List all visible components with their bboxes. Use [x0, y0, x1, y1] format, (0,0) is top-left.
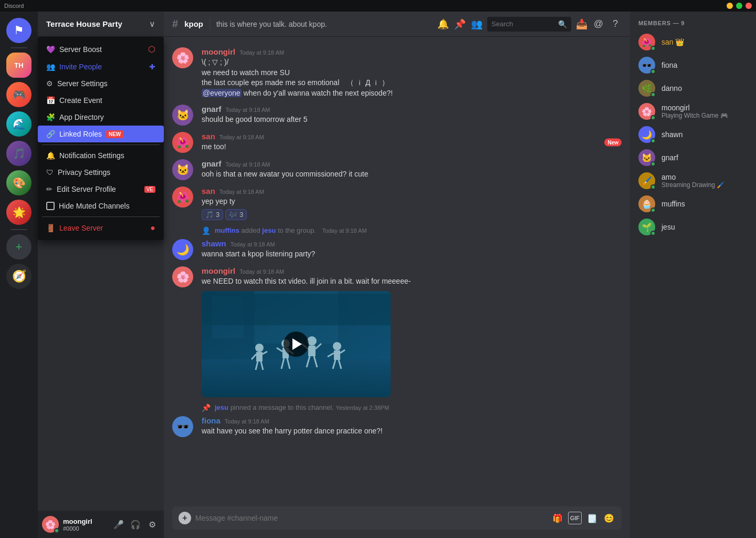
inbox-icon-button[interactable]: 📥: [575, 18, 588, 30]
server-icon-3[interactable]: 🌊: [6, 111, 32, 137]
context-linked-roles[interactable]: 🔗 Linked Roles NEW: [38, 126, 164, 142]
pin-time: Yesterday at 2:38PM: [336, 405, 390, 411]
explore-servers-button[interactable]: 🧭: [6, 264, 32, 289]
member-item[interactable]: 🌱 jesu: [634, 215, 752, 239]
checkbox-icon: [46, 202, 55, 210]
server-icon-terrace-house[interactable]: TH: [6, 53, 32, 78]
status-dot: [650, 138, 656, 143]
message-author: fiona: [202, 416, 220, 425]
message-text: \( ; ▽ ; )/we need to watch more SUthe l…: [202, 57, 622, 98]
play-button[interactable]: [284, 332, 309, 357]
help-icon-button[interactable]: ?: [609, 18, 622, 30]
add-server-button[interactable]: +: [6, 234, 32, 260]
context-app-directory[interactable]: 🧩 App Directory: [38, 109, 164, 126]
discord-home-button[interactable]: ⚑: [6, 18, 32, 43]
server-icon-5[interactable]: 🎨: [6, 170, 32, 195]
status-dot: [650, 92, 656, 97]
input-icons: 🎁 GIF 🗒️ 😊: [551, 512, 615, 524]
message-group: 🌺 san Today at 9:18 AM yep yep ty 🎵 3 🎶: [164, 184, 630, 222]
server-icon-4[interactable]: 🎵: [6, 141, 32, 166]
member-name: jesu: [662, 223, 675, 231]
user-avatar: 🌸: [42, 516, 59, 533]
member-item[interactable]: 🌺 san 👑: [634, 30, 752, 54]
server-header[interactable]: Terrace House Party ∨: [38, 12, 164, 37]
headphone-button[interactable]: 🎧: [128, 517, 143, 532]
member-name: moongirl: [662, 104, 728, 112]
context-leave-server[interactable]: 🚪 Leave Server ●: [38, 219, 164, 237]
emoji-icon-button[interactable]: 😊: [603, 512, 615, 524]
avatar: 🌸: [172, 47, 193, 68]
member-item[interactable]: 🧁 muffins: [634, 192, 752, 215]
context-divider-1: [42, 144, 160, 145]
invite-add-icon: ✚: [149, 63, 155, 71]
avatar: 🌸: [172, 266, 193, 287]
member-name: muffins: [662, 200, 685, 208]
reaction-button[interactable]: 🎶 3: [225, 209, 247, 220]
member-item[interactable]: 🖌️ amo Streaming Drawing 🖌️: [634, 169, 752, 192]
pin-icon-button[interactable]: 📌: [454, 18, 466, 30]
microphone-button[interactable]: 🎤: [111, 517, 126, 532]
privacy-icon: 🛡: [46, 168, 54, 177]
leave-circle-icon: ●: [150, 223, 155, 233]
reaction-button[interactable]: 🎵 3: [202, 209, 223, 220]
member-item[interactable]: 🕶️ fiona: [634, 54, 752, 77]
members-icon-button[interactable]: 👥: [470, 18, 483, 30]
message-author: gnarf: [202, 105, 222, 113]
system-adder[interactable]: muffins: [215, 226, 239, 234]
message-text: wanna start a kpop listening party?: [202, 249, 622, 260]
video-embed[interactable]: [202, 291, 391, 397]
message-time: Today at 9:18 AM: [219, 134, 264, 140]
context-privacy-label: Privacy Settings: [58, 168, 110, 177]
play-triangle-icon: [292, 338, 302, 350]
channel-header: # kpop this is where you talk. about kpo…: [164, 12, 630, 37]
message-group: 🌺 san Today at 9:18 AM me too! New: [164, 130, 630, 155]
bell-icon-button[interactable]: 🔔: [437, 18, 449, 30]
member-item[interactable]: 🐱 gnarf: [634, 146, 752, 169]
video-play-overlay[interactable]: [202, 291, 391, 397]
context-invite-label: Invite People: [59, 63, 102, 71]
gif-icon-button[interactable]: GIF: [568, 512, 582, 524]
member-avatar: 🌙: [638, 126, 655, 143]
context-hide-muted[interactable]: Hide Muted Channels: [38, 198, 164, 214]
reaction-emoji: 🎶: [229, 211, 237, 219]
maximize-button[interactable]: [736, 3, 742, 9]
close-button[interactable]: [746, 3, 752, 9]
system-time: Today at 9:18 AM: [322, 227, 367, 234]
add-to-dm-icon-button[interactable]: @: [592, 18, 605, 30]
members-header: MEMBERS — 9: [634, 20, 752, 26]
message-author: san: [202, 132, 215, 141]
message-input[interactable]: [195, 514, 547, 522]
user-settings-button[interactable]: ⚙: [145, 517, 160, 532]
context-privacy-settings[interactable]: 🛡 Privacy Settings: [38, 164, 164, 181]
system-add-icon: 👤: [202, 226, 211, 235]
pin-author[interactable]: jesu: [215, 404, 228, 411]
context-invite-people[interactable]: 👥 Invite People ✚: [38, 58, 164, 75]
message-text: me too!: [202, 142, 622, 152]
message-content: gnarf Today at 9:18 AM should be good to…: [202, 105, 622, 126]
search-bar[interactable]: Search 🔍: [487, 17, 571, 32]
context-create-event[interactable]: 📅 Create Event: [38, 92, 164, 109]
sticker-icon-button[interactable]: 🗒️: [586, 512, 598, 524]
minimize-button[interactable]: [727, 3, 733, 9]
server-icon-2[interactable]: 🎮: [6, 82, 32, 107]
member-item[interactable]: 🌿 danno: [634, 77, 752, 100]
member-name: gnarf: [662, 153, 678, 162]
member-item[interactable]: 🌙 shawn: [634, 123, 752, 146]
context-notification-settings[interactable]: 🔔 Notification Settings: [38, 147, 164, 164]
message-group: 🐱 gnarf Today at 9:18 AM ooh is that a n…: [164, 157, 630, 182]
attach-button[interactable]: +: [178, 512, 191, 524]
context-server-boost[interactable]: 💜 Server Boost ⬡: [38, 40, 164, 58]
server-name: Terrace House Party: [46, 19, 122, 28]
context-edit-profile[interactable]: ✏ Edit Server Profile VE: [38, 181, 164, 198]
context-server-settings[interactable]: ⚙ Server Settings: [38, 75, 164, 92]
message-content: san Today at 9:18 AM me too!: [202, 132, 622, 153]
system-added[interactable]: jesu: [262, 226, 276, 234]
username: moongirl: [63, 518, 107, 525]
gift-icon-button[interactable]: 🎁: [551, 512, 564, 524]
pin-icon: 📌: [202, 404, 211, 412]
pin-notice: 📌 jesu pinned a message to this channel.…: [164, 401, 630, 414]
context-linked-roles-label: Linked Roles: [59, 130, 102, 138]
status-dot: [650, 184, 656, 190]
member-item[interactable]: 🌸 moongirl Playing Witch Game 🎮: [634, 100, 752, 123]
server-icon-6[interactable]: 🌟: [6, 200, 32, 225]
